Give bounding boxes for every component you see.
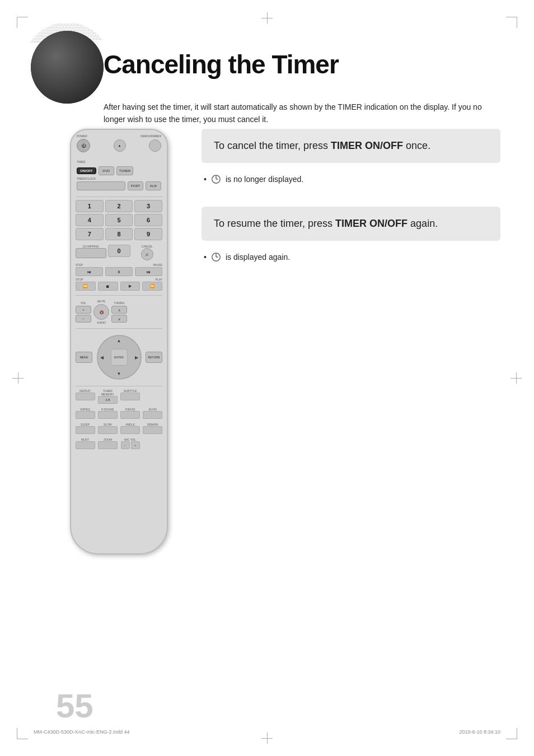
rewind-button[interactable]: ⏪ bbox=[76, 282, 96, 291]
port-button[interactable]: PORT bbox=[128, 181, 143, 190]
pause-button[interactable]: ⏸ bbox=[105, 267, 133, 276]
cancel-box: To cancel the timer, press TIMER ON/OFF … bbox=[202, 129, 500, 163]
reg-mark-top bbox=[261, 12, 273, 24]
timer-clock-button[interactable] bbox=[77, 181, 125, 190]
nav-left-arrow[interactable]: ◀ bbox=[100, 355, 104, 360]
resume-bold-text: TIMER ON/OFF bbox=[335, 218, 407, 229]
dspeq-button[interactable] bbox=[76, 411, 95, 419]
page-number: 55 bbox=[56, 687, 93, 725]
cancel-bold-text: TIMER ON/OFF bbox=[331, 140, 403, 151]
nav-up-arrow[interactable]: ▲ bbox=[117, 338, 121, 343]
reg-mark-left bbox=[12, 372, 24, 384]
corner-mark-bl bbox=[17, 728, 28, 739]
remote-control: POWER DEMO/DIMMER ⏻ ▲ TIMER ON/OFF DVD T… bbox=[64, 129, 174, 566]
num-8-button[interactable]: 8 bbox=[105, 228, 133, 240]
step-label: STEP bbox=[76, 263, 83, 267]
num-5-button[interactable]: 5 bbox=[105, 214, 133, 226]
timer-icon-1 bbox=[211, 174, 221, 184]
cancel-text-after: once. bbox=[403, 140, 430, 151]
reg-mark-right bbox=[510, 372, 522, 384]
resume-box: To resume the timer, press TIMER ON/OFF … bbox=[202, 207, 500, 241]
p-sound-button[interactable] bbox=[98, 411, 118, 419]
tuning-up-button[interactable]: ∧ bbox=[111, 306, 127, 314]
play-button[interactable]: ▶ bbox=[120, 282, 140, 291]
stop-label: STOP bbox=[76, 278, 83, 281]
timer-label: TIMER bbox=[77, 160, 86, 164]
nav-down-arrow[interactable]: ▼ bbox=[117, 371, 121, 376]
sleep-button[interactable] bbox=[76, 426, 95, 434]
corner-mark-tl bbox=[17, 17, 28, 28]
tuning-label: TUNING bbox=[114, 301, 124, 305]
subtitle-button[interactable] bbox=[120, 393, 140, 400]
timer-onoff-button[interactable]: ON/OFF bbox=[77, 167, 96, 174]
dvd-button[interactable]: DVD bbox=[99, 166, 114, 175]
ffwd-button[interactable]: ⏩ bbox=[142, 282, 162, 291]
cancel-text-before: To cancel the timer, press bbox=[214, 140, 331, 151]
prev-button[interactable]: ⏮ bbox=[76, 267, 103, 276]
tuner-button[interactable]: TUNER bbox=[116, 166, 134, 175]
num-3-button[interactable]: 3 bbox=[134, 200, 162, 212]
vol-up-button[interactable]: + bbox=[76, 306, 91, 314]
tuning-down-button[interactable]: ∨ bbox=[111, 315, 127, 323]
intro-text: After having set the timer, it will star… bbox=[104, 101, 500, 126]
resume-bullet: • is displayed again. bbox=[204, 252, 500, 262]
aux-button[interactable]: AUX bbox=[146, 181, 161, 190]
footer-file: MM-C430D-530D-XAC-mic-ENG-2.indd 44 bbox=[34, 729, 130, 735]
power-label: POWER bbox=[77, 134, 87, 138]
repeat-button[interactable] bbox=[76, 393, 95, 400]
num-6-button[interactable]: 6 bbox=[134, 214, 162, 226]
bullet-dot-1: • bbox=[204, 175, 207, 184]
info-section: To cancel the timer, press TIMER ON/OFF … bbox=[202, 129, 500, 262]
num-9-button[interactable]: 9 bbox=[134, 228, 162, 240]
angle-button[interactable] bbox=[120, 426, 140, 434]
resume-bullet-text: is displayed again. bbox=[226, 253, 290, 262]
bullet-dot-2: • bbox=[204, 253, 207, 262]
demo-button[interactable] bbox=[149, 139, 161, 152]
power-button[interactable]: ⏻ bbox=[77, 139, 90, 152]
tuner-memory-button[interactable]: A-B bbox=[98, 396, 118, 404]
cd-ripping-button[interactable] bbox=[76, 248, 106, 258]
stop-button[interactable]: ⏹ bbox=[98, 282, 118, 291]
cancel-box-text: To cancel the timer, press TIMER ON/OFF … bbox=[214, 139, 488, 153]
eject-button[interactable]: ▲ bbox=[114, 139, 126, 152]
page-title: Canceling the Timer bbox=[104, 49, 339, 80]
slow-button[interactable] bbox=[98, 426, 118, 434]
must-button[interactable] bbox=[76, 441, 95, 449]
vol-label: VOL bbox=[81, 301, 86, 305]
cancel-bullet-text: is no longer displayed. bbox=[226, 175, 303, 184]
remain-button[interactable] bbox=[143, 426, 162, 434]
cancel-bullet: • is no longer displayed. bbox=[204, 174, 500, 184]
reg-mark-bottom bbox=[261, 732, 273, 744]
enter-label: ENTER bbox=[114, 356, 124, 359]
num-4-button[interactable]: 4 bbox=[76, 214, 104, 226]
resume-text-after: again. bbox=[407, 218, 438, 229]
play-label: PLAY bbox=[156, 278, 162, 281]
tuner-memory-label: TUNER MEMORY bbox=[97, 389, 118, 396]
p-bass-button[interactable] bbox=[120, 411, 140, 419]
demo-label: DEMO/DIMMER bbox=[140, 134, 161, 138]
resume-box-text: To resume the timer, press TIMER ON/OFF … bbox=[214, 217, 488, 231]
next-button[interactable]: ⏭ bbox=[135, 267, 162, 276]
menu-button[interactable]: MENU bbox=[76, 352, 92, 363]
corner-mark-tr bbox=[506, 17, 517, 28]
cancel-button[interactable]: ∅ bbox=[141, 248, 153, 260]
num-1-button[interactable]: 1 bbox=[76, 200, 104, 212]
return-button[interactable]: RETURN bbox=[146, 352, 162, 363]
nav-circle[interactable]: ▲ ▼ ◀ ▶ ENTER bbox=[97, 335, 142, 380]
mute-label: MUTE bbox=[97, 300, 105, 303]
vol-down-button[interactable]: − bbox=[76, 315, 91, 323]
num-7-button[interactable]: 7 bbox=[76, 228, 104, 240]
num-2-button[interactable]: 2 bbox=[105, 200, 133, 212]
footer-date: 2010-6-10 8:34:10 bbox=[459, 729, 500, 735]
zoom-button[interactable] bbox=[98, 441, 118, 449]
mute-button[interactable]: 🔇 bbox=[93, 304, 109, 320]
mic-vol-up-button[interactable]: + bbox=[131, 441, 140, 449]
corner-mark-br bbox=[506, 728, 517, 739]
nav-right-arrow[interactable]: ▶ bbox=[135, 355, 138, 360]
timer-icon-2 bbox=[211, 252, 221, 262]
mic-vol-down-button[interactable]: − bbox=[121, 441, 130, 449]
resume-text-before: To resume the timer, press bbox=[214, 218, 335, 229]
num-0-button[interactable]: 0 bbox=[108, 245, 130, 257]
enter-button[interactable]: ENTER bbox=[111, 349, 128, 366]
echo-button[interactable] bbox=[143, 411, 162, 419]
